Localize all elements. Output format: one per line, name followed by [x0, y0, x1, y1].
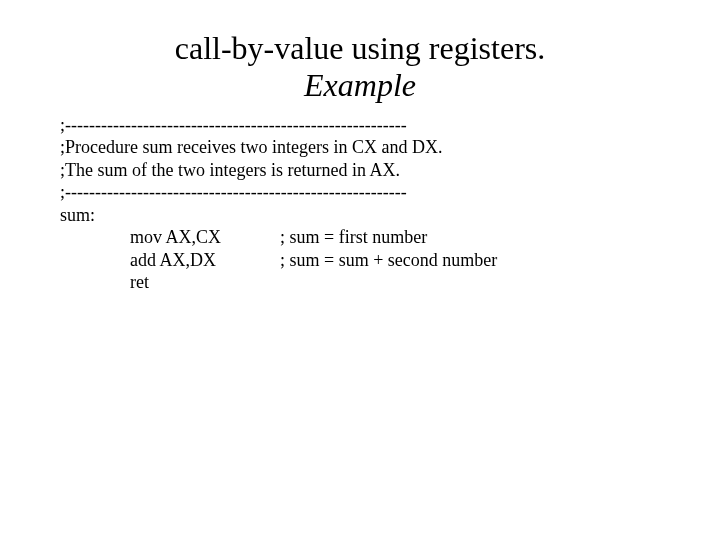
label-sum: sum:: [60, 204, 660, 227]
indent: [60, 271, 130, 294]
instruction-2: add AX,DX: [130, 249, 280, 272]
comment-separator-1: ;---------------------------------------…: [60, 114, 660, 137]
instruction-3: ret: [130, 271, 280, 294]
title-line-2: Example: [0, 67, 720, 104]
code-row-1: mov AX,CX ; sum = first number: [60, 226, 660, 249]
comment-desc-2: ;The sum of the two integers is returned…: [60, 159, 660, 182]
indent: [60, 226, 130, 249]
title-line-1: call-by-value using registers.: [0, 30, 720, 67]
slide-body: ;---------------------------------------…: [0, 114, 720, 294]
code-row-2: add AX,DX ; sum = sum + second number: [60, 249, 660, 272]
comment-2: ; sum = sum + second number: [280, 249, 660, 272]
comment-desc-1: ;Procedure sum receives two integers in …: [60, 136, 660, 159]
comment-1: ; sum = first number: [280, 226, 660, 249]
indent: [60, 249, 130, 272]
comment-3: [280, 271, 660, 294]
comment-separator-2: ;---------------------------------------…: [60, 181, 660, 204]
slide: call-by-value using registers. Example ;…: [0, 0, 720, 540]
instruction-1: mov AX,CX: [130, 226, 280, 249]
code-row-3: ret: [60, 271, 660, 294]
slide-title: call-by-value using registers. Example: [0, 0, 720, 114]
